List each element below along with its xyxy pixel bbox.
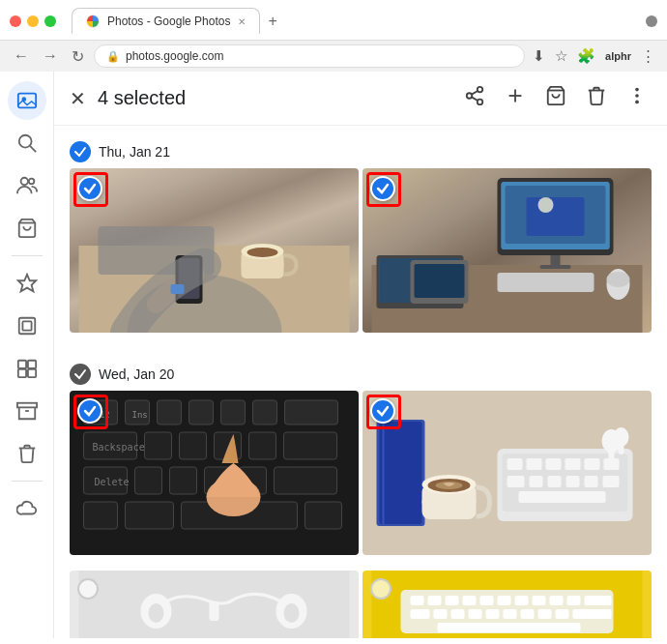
svg-point-109 <box>614 427 629 447</box>
utilities-icon <box>16 358 38 379</box>
svg-rect-140 <box>573 609 612 619</box>
delete-button[interactable] <box>582 81 611 115</box>
svg-rect-105 <box>585 476 598 487</box>
photo-check-p1[interactable] <box>77 176 102 201</box>
svg-rect-135 <box>486 609 500 619</box>
svg-rect-111 <box>619 445 624 454</box>
shop-icon <box>16 218 38 239</box>
svg-rect-120 <box>411 596 424 605</box>
svg-rect-97 <box>546 458 562 470</box>
close-selection-button[interactable]: ✕ <box>70 87 86 110</box>
svg-rect-95 <box>508 458 523 470</box>
order-print-button[interactable] <box>541 81 570 115</box>
svg-point-44 <box>538 197 554 213</box>
svg-rect-60 <box>221 400 246 424</box>
svg-rect-59 <box>189 400 214 424</box>
archive-icon <box>16 400 38 422</box>
address-bar[interactable]: 🔒 photos.google.com <box>94 44 525 68</box>
sidebar-item-favorites[interactable] <box>8 264 46 303</box>
refresh-button[interactable]: ↻ <box>68 45 88 68</box>
active-tab[interactable]: Photos - Google Photos ✕ <box>72 8 260 34</box>
sidebar-item-people[interactable] <box>8 166 46 205</box>
section-date-wed: Wed, Jan 20 <box>99 366 174 382</box>
extension-icon[interactable]: 🧩 <box>575 45 597 67</box>
section-check-thu[interactable] <box>70 141 91 162</box>
tab-bar: Photos - Google Photos ✕ + <box>72 8 285 34</box>
svg-rect-96 <box>527 458 542 470</box>
check-mark-icon <box>83 404 97 418</box>
selection-actions <box>460 81 652 115</box>
svg-point-26 <box>635 94 639 98</box>
photo-item-p1[interactable] <box>70 168 359 333</box>
svg-rect-73 <box>135 467 162 494</box>
sidebar-item-albums[interactable] <box>8 307 46 345</box>
photo-check-p4[interactable] <box>370 398 395 424</box>
sidebar-item-cloud[interactable] <box>8 489 46 528</box>
download-icon[interactable]: ⬇ <box>531 45 547 67</box>
sidebar-item-search[interactable] <box>8 124 46 162</box>
svg-rect-13 <box>17 369 25 377</box>
photo-check-p2[interactable] <box>370 176 395 201</box>
section-check-wed[interactable] <box>70 364 91 385</box>
section-header-wed: Wed, Jan 20 <box>70 356 652 391</box>
photo-section-thu-jan-21: Thu, Jan 21 <box>54 126 667 348</box>
maximize-traffic-light[interactable] <box>44 15 56 27</box>
share-button[interactable] <box>460 81 489 115</box>
svg-rect-82 <box>305 502 342 529</box>
svg-point-25 <box>635 88 639 92</box>
svg-point-3 <box>18 135 31 148</box>
section-date-thu: Thu, Jan 21 <box>99 144 170 160</box>
bottom-photo-p5[interactable] <box>70 571 359 638</box>
browser-toolbar: ← → ↻ 🔒 photos.google.com ⬇ ☆ 🧩 alphr ⋮ <box>0 40 667 72</box>
svg-rect-107 <box>519 491 606 503</box>
photo-item-p3[interactable]: F12 Ins Backspace <box>70 391 359 555</box>
svg-text:Delete: Delete <box>95 477 130 487</box>
svg-rect-102 <box>530 476 543 487</box>
sidebar-item-shop[interactable] <box>8 209 46 248</box>
browser-menu-button[interactable]: ⋮ <box>639 45 657 67</box>
svg-rect-70 <box>284 432 337 459</box>
sidebar-item-archive[interactable] <box>8 392 46 430</box>
selection-bar: ✕ 4 selected <box>54 72 667 126</box>
star-icon[interactable]: ☆ <box>553 45 569 67</box>
svg-text:Backspace: Backspace <box>93 442 145 453</box>
bottom-photo-5-svg <box>70 571 359 638</box>
browser-titlebar: Photos - Google Photos ✕ + <box>0 0 667 40</box>
sidebar-divider-1 <box>12 255 43 256</box>
svg-point-33 <box>247 248 278 257</box>
photo-check-p3[interactable] <box>77 398 102 424</box>
bottom-photo-p6[interactable] <box>362 571 652 638</box>
forward-button[interactable]: → <box>39 45 62 67</box>
photo-item-p2[interactable] <box>362 168 652 333</box>
svg-rect-69 <box>249 432 276 459</box>
photo-check-p5[interactable] <box>77 578 99 600</box>
more-options-button[interactable] <box>623 81 652 115</box>
check-mark-icon <box>376 404 390 418</box>
photo-item-p4[interactable] <box>362 391 652 555</box>
add-to-album-button[interactable] <box>501 81 530 115</box>
profile-icon[interactable]: alphr <box>603 48 633 64</box>
tab-close-button[interactable]: ✕ <box>238 16 246 27</box>
svg-rect-10 <box>22 321 31 330</box>
back-button[interactable]: ← <box>10 45 33 67</box>
sidebar-item-trash[interactable] <box>8 434 46 473</box>
close-traffic-light[interactable] <box>10 15 21 27</box>
minimize-traffic-light[interactable] <box>27 15 39 27</box>
photo-check-p6[interactable] <box>370 578 392 600</box>
lock-icon: 🔒 <box>106 50 120 63</box>
svg-point-17 <box>478 87 483 93</box>
url-text: photos.google.com <box>126 49 223 63</box>
tab-favicon-icon <box>86 15 100 28</box>
photo-4-svg <box>362 391 652 555</box>
svg-rect-110 <box>609 449 615 460</box>
new-tab-button[interactable]: + <box>260 13 284 30</box>
sidebar-item-utilities[interactable] <box>8 349 46 388</box>
svg-line-4 <box>30 146 36 152</box>
svg-rect-141 <box>438 623 581 632</box>
svg-rect-134 <box>469 609 482 619</box>
section-header-thu: Thu, Jan 21 <box>70 133 652 168</box>
photo-3-svg: F12 Ins Backspace <box>70 391 359 555</box>
svg-rect-131 <box>411 609 430 619</box>
sidebar-item-photos[interactable] <box>8 81 46 120</box>
check-mark-icon <box>83 182 97 195</box>
